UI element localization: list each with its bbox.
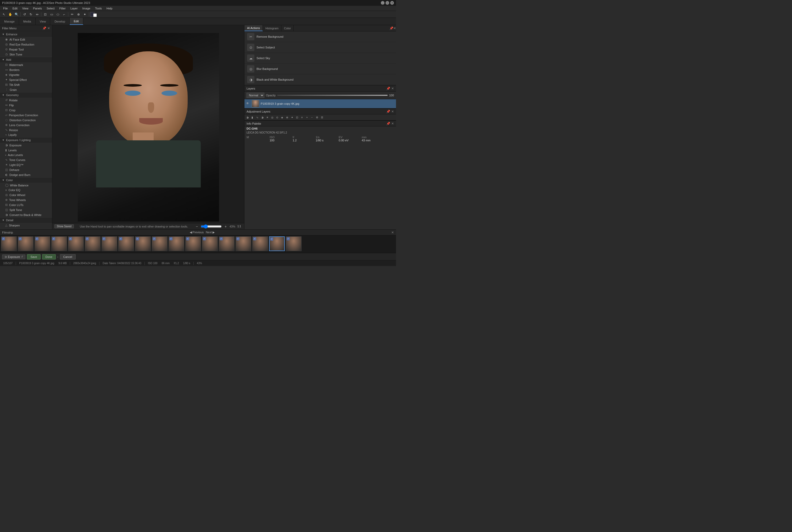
blend-mode-select[interactable]: Normal Multiply Screen Overlay (247, 93, 264, 98)
adj-btn-settings[interactable]: ⚙ (315, 115, 319, 120)
action-blur-bg[interactable]: ◎ Blur Background (245, 64, 396, 74)
tab-ai-actions[interactable]: AI Actions (245, 25, 263, 31)
filter-exposure[interactable]: ◑Exposure (0, 143, 52, 148)
filmstrip-item[interactable]: ✓ (68, 236, 84, 251)
section-detail[interactable]: ▼ Detail (0, 217, 52, 223)
filmstrip-item[interactable]: ✓ (85, 236, 100, 251)
filter-tone-curves[interactable]: ∿ Tone Curves (0, 157, 52, 162)
filter-dehaze[interactable]: ◫Dehaze (0, 167, 52, 172)
zoom-slider[interactable] (201, 224, 222, 229)
menu-view[interactable]: View (20, 6, 31, 11)
tool-brush[interactable]: ✏ (69, 12, 75, 17)
filmstrip-item[interactable]: ✓ (51, 236, 67, 251)
tool-clone[interactable]: ⊕ (76, 12, 81, 17)
layers-close[interactable]: ✕ (391, 87, 394, 90)
filter-menu-close[interactable]: ✕ (47, 26, 50, 30)
adj-pin[interactable]: 📌 (386, 110, 390, 113)
menu-help[interactable]: Help (104, 6, 115, 11)
minimize-button[interactable]: _ (381, 1, 385, 5)
filter-borders[interactable]: ▭Borders (0, 67, 52, 72)
filter-white-balance[interactable]: ◯ White Balance (0, 183, 52, 188)
cancel-button[interactable]: Cancel (60, 254, 76, 260)
menu-file[interactable]: File (1, 6, 10, 11)
done-button[interactable]: Done (42, 254, 56, 260)
tab-media[interactable]: Media (19, 18, 36, 25)
section-add[interactable]: ▼ Add (0, 57, 52, 62)
filter-perspective[interactable]: ▱ Perspective Correction (0, 113, 52, 117)
tab-edit[interactable]: Edit (70, 18, 83, 25)
save-button[interactable]: Save (27, 254, 40, 260)
filmstrip-scroll[interactable]: ✓ ✓ ✓ ✓ ✓ ✓ ✓ ✓ ✓ ✓ ✓ ✓ ✓ ✓ ✓ ✓ ✓ ✓ (0, 235, 396, 253)
adj-btn-list[interactable]: ☰ (320, 115, 324, 120)
tab-manage[interactable]: Manage (0, 18, 19, 25)
filter-red-eye[interactable]: ◎Red Eye Reduction (0, 42, 52, 47)
adj-btn-9[interactable]: ⊕ (285, 115, 289, 120)
tab-histogram[interactable]: Histogram (263, 25, 282, 31)
filmstrip-item[interactable]: ✓ (18, 236, 34, 251)
filmstrip-item[interactable]: ✓ (101, 236, 117, 251)
exposure-reset-icon[interactable]: ↺ (21, 255, 23, 258)
adj-btn-10[interactable]: ✦ (290, 115, 294, 120)
tool-rotate-ccw[interactable]: ↺ (22, 12, 27, 17)
opacity-slider[interactable] (277, 95, 387, 96)
filmstrip-item[interactable]: ✓ (219, 236, 234, 251)
tab-develop[interactable]: Develop (50, 18, 69, 25)
tool-select-ellipse[interactable]: ⬭ (55, 12, 61, 17)
menu-layer[interactable]: Layer (68, 6, 80, 11)
menu-edit[interactable]: Edit (11, 6, 20, 11)
tool-zoom[interactable]: 🔍 (14, 12, 19, 17)
filter-skin-tune[interactable]: ◷Skin Tune (0, 52, 52, 57)
tool-heal[interactable]: ✦ (82, 12, 88, 17)
filmstrip-item[interactable]: ✓ (118, 236, 134, 251)
filter-resize[interactable]: ⤡Resize (0, 128, 52, 132)
filter-dodge-burn[interactable]: ◐Dodge and Burn (0, 172, 52, 177)
tool-hand[interactable]: ✋ (7, 12, 13, 17)
maximize-button[interactable]: □ (386, 1, 389, 5)
section-enhance[interactable]: ▼ Enhance (0, 32, 52, 37)
adj-btn-7[interactable]: ⊙ (275, 115, 279, 120)
section-exposure[interactable]: ▼ Exposure / Lighting (0, 137, 52, 143)
filmstrip-item[interactable]: ✓ (286, 236, 302, 251)
tool-flip-h[interactable]: ⇔ (34, 12, 40, 17)
action-select-sky[interactable]: ☁ Select Sky (245, 53, 396, 64)
filmstrip-item[interactable]: ✓ (185, 236, 201, 251)
filmstrip-item[interactable]: ✓ (35, 236, 50, 251)
tool-lasso[interactable]: ⌐ (61, 12, 67, 17)
next-button[interactable]: Next ▶ (206, 231, 215, 234)
menu-select[interactable]: Select (44, 6, 57, 11)
filter-liquify[interactable]: ≈Liquify (0, 132, 52, 137)
adj-btn-3[interactable]: ∿ (255, 115, 259, 120)
filmstrip-item[interactable]: ✓ (169, 236, 184, 251)
adj-btn-14[interactable]: − (310, 115, 314, 120)
show-saved-button[interactable]: Show Saved (55, 224, 74, 228)
adj-btn-5[interactable]: ☀ (265, 115, 270, 120)
filter-color-wheel[interactable]: ◎ Color Wheel (0, 192, 52, 197)
tool-color-bg[interactable] (93, 13, 97, 17)
prev-button[interactable]: ◀ Previous (190, 231, 204, 234)
menu-filter[interactable]: Filter (57, 6, 68, 11)
zoom-fit-button[interactable]: 1:1 (236, 224, 242, 229)
filmstrip-item[interactable]: ✓ (135, 236, 151, 251)
filter-vignette[interactable]: ◈Vignette (0, 72, 52, 77)
filmstrip-item[interactable]: ✓ (152, 236, 168, 251)
filmstrip-item[interactable]: ✓ (202, 236, 218, 251)
filter-tone-wheels[interactable]: ⊛Tone Wheels (0, 197, 52, 202)
adj-close[interactable]: ✕ (391, 110, 394, 113)
filter-tilt-shift[interactable]: ⊟Tilt-Shift (0, 82, 52, 87)
canvas-area[interactable]: Show Saved Use the Hand tool to pan scro… (52, 25, 244, 229)
action-select-subject[interactable]: ⊙ Select Subject (245, 42, 396, 53)
adj-btn-11[interactable]: ⊡ (295, 115, 300, 120)
filmstrip-item-active[interactable]: ✓ (269, 236, 285, 251)
filter-crop[interactable]: ⊡Crop (0, 108, 52, 113)
filter-repair[interactable]: ⊙Repair Tool (0, 47, 52, 52)
filter-levels[interactable]: ▮Levels (0, 148, 52, 153)
tab-view[interactable]: View (36, 18, 51, 25)
right-panel-close[interactable]: ✕ (393, 25, 396, 31)
section-geometry[interactable]: ▼ Geometry (0, 92, 52, 98)
filter-ai-face-edit[interactable]: ◉AI Face Edit (0, 37, 52, 42)
action-remove-bg[interactable]: ✂ Remove Background (245, 32, 396, 42)
filter-menu-pin[interactable]: 📌 (42, 26, 46, 30)
filmstrip-item[interactable]: ✓ (252, 236, 268, 251)
menu-tools[interactable]: Tools (93, 6, 104, 11)
section-color[interactable]: ▼ Color (0, 177, 52, 183)
